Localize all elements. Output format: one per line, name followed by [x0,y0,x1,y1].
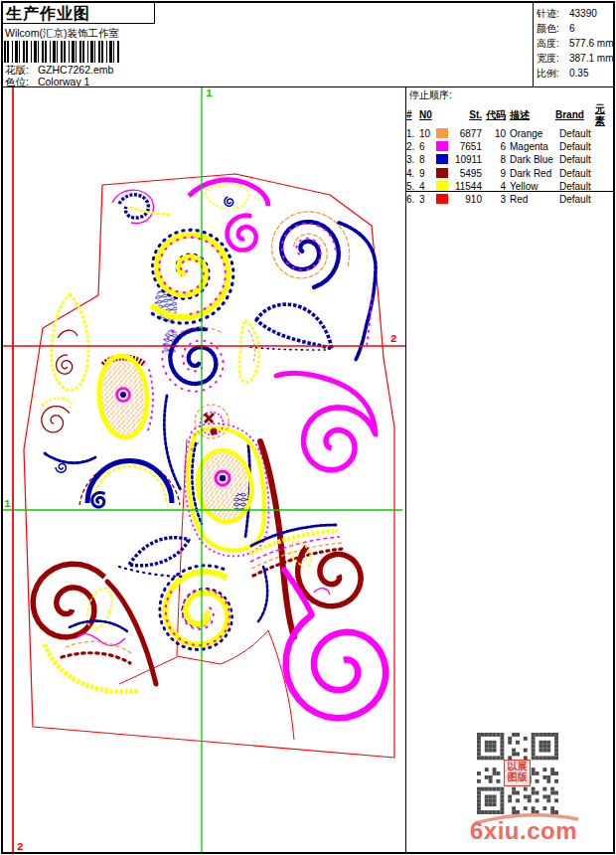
table-row: 5.4115444YellowDefault [406,180,614,193]
stitch-path [314,589,330,595]
crosshair-label: 1 [206,87,213,99]
stitch-path [170,329,216,384]
column-header: Brand [555,109,595,121]
table-row: 2.676516MagentaDefault [406,140,614,153]
stitch-path [239,320,259,382]
table-cell: 2. [406,140,419,153]
table-cell: Dark Blue [506,153,555,166]
crosshair-label: 2 [390,333,397,345]
production-worksheet: 生产作业图 Wilcom(汇京)装饰工作室 花版: GZHC7262.emb 色… [0,0,616,855]
swatch-cell [436,193,452,206]
column-header: 元素 [595,103,614,127]
stitch-path [276,373,376,434]
stop-sequence-header: #N0St.代码描述Brand元素 [406,103,614,127]
table-cell: Magenta [506,140,555,153]
thread-color-swatch [436,181,448,191]
thread-color-swatch [436,194,448,204]
stitch-path [339,223,376,360]
stitch-path [119,195,148,218]
swatch-cell [436,153,452,166]
table-cell: Default [555,140,595,153]
table-cell: 5495 [452,167,482,180]
table-cell: 910 [452,193,482,206]
stitch-path [304,408,376,470]
table-cell: 4. [406,167,419,180]
info-colors: 颜色: 6 [534,20,614,35]
crosshair-label: 2 [17,841,24,853]
table-cell: Dark Red [506,167,555,180]
swatch-cell [436,180,452,193]
table-cell: 7651 [452,140,482,153]
table-cell: 6877 [452,127,482,140]
table-cell: 4 [419,180,436,193]
center-dot [220,475,226,481]
stitch-path [66,641,131,653]
table-cell: 3 [482,193,506,206]
stitch-path [57,355,73,374]
swatch-cell [436,140,452,153]
swatch-cell [436,127,452,140]
stitch-path [258,567,267,621]
stop-sequence-title: 停止顺序: [406,87,614,103]
table-cell: Red [506,193,555,206]
thread-color-swatch [436,168,448,178]
table-cell: 11544 [452,180,482,193]
table-cell: 6 [419,140,436,153]
stop-sequence-rows: 1.10687710OrangeDefault2.676516MagentaDe… [406,127,614,206]
table-cell: 10 [419,127,436,140]
qr-stamp: 以展 图版 [504,760,531,786]
stitch-path [42,399,74,407]
stitch-path [129,538,189,566]
table-cell: 6 [482,140,506,153]
table-cell: 3. [406,153,419,166]
table-row: 3.8109118Dark BlueDefault [406,153,614,166]
table-row: 6.39103RedDefault [406,193,614,206]
info-width: 宽度: 387.1 mm [534,50,614,65]
table-cell: 10911 [452,153,482,166]
table-cell: Yellow [506,180,555,193]
page-title: 生产作业图 [2,2,154,25]
stitch-path [42,407,70,432]
info-scale: 比例: 0.35 [534,65,614,80]
table-cell: 3 [419,193,436,206]
table-cell: 6. [406,193,419,206]
column-header: N0 [419,109,436,121]
table-cell: 9 [419,167,436,180]
stitch-path [286,614,385,718]
stitch-path [33,564,104,637]
stitch-path [205,414,214,423]
info-stitches: 针迹: 43390 [534,5,614,20]
stitch-path [130,208,171,215]
stitch-path [52,294,88,390]
table-cell: 8 [419,153,436,166]
darkred-dot [211,428,218,435]
swatch-cell [436,167,452,180]
stitch-path [256,304,332,349]
column-header: 描述 [506,109,555,121]
grey-dot [191,448,194,451]
column-header: 代码 [482,109,506,121]
stitch-path [58,330,77,338]
table-cell: Default [555,193,595,206]
crosshair-label: 1 [4,498,11,510]
table-row: 4.954959Dark RedDefault [406,167,614,180]
table-cell: Default [555,127,595,140]
table-cell: 1. [406,127,419,140]
stitch-path [119,567,185,577]
thread-color-swatch [436,128,448,138]
stitch-path [250,347,328,350]
stitch-path [56,464,66,473]
table-cell: 9 [482,167,506,180]
column-header: # [406,109,419,121]
watermark-text: 6xiu.com [469,817,578,845]
stitch-path [225,197,233,207]
table-cell: Default [555,167,595,180]
column-header: St. [452,109,482,121]
thread-color-swatch [436,141,448,151]
stitch-path [228,216,256,251]
stitch-path [164,396,181,490]
table-row: 1.10687710OrangeDefault [406,127,614,140]
table-cell: Default [555,153,595,166]
sheet-title-cell: 生产作业图 [2,2,155,24]
design-info-box: 针迹: 43390 颜色: 6 高度: 577.6 mm 宽度: 387.1 m… [533,2,614,86]
